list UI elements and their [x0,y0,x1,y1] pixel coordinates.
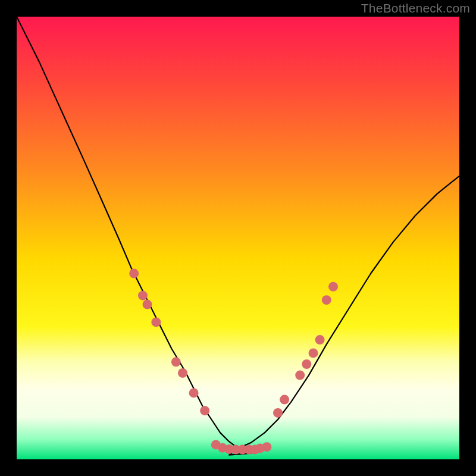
watermark-text: TheBottleneck.com [361,1,470,15]
marker-dot [138,291,148,300]
marker-dot [178,368,187,378]
marker-dot [322,295,331,305]
marker-dot [280,395,289,405]
marker-dot [151,317,161,327]
marker-dot [315,335,325,345]
marker-dot [328,282,338,292]
marker-dot [200,406,209,415]
marker-dot [171,357,181,367]
marker-dot [273,408,283,418]
bottleneck-chart [17,17,459,459]
chart-frame: TheBottleneck.com [0,0,476,476]
marker-dot [129,269,139,278]
marker-dot [143,300,152,309]
marker-dot [309,348,318,358]
gradient-bg [17,17,459,459]
marker-dot [262,442,271,452]
marker-dot [295,371,305,380]
marker-dot [189,388,199,397]
plot-area [17,17,459,459]
marker-dot [302,359,311,369]
